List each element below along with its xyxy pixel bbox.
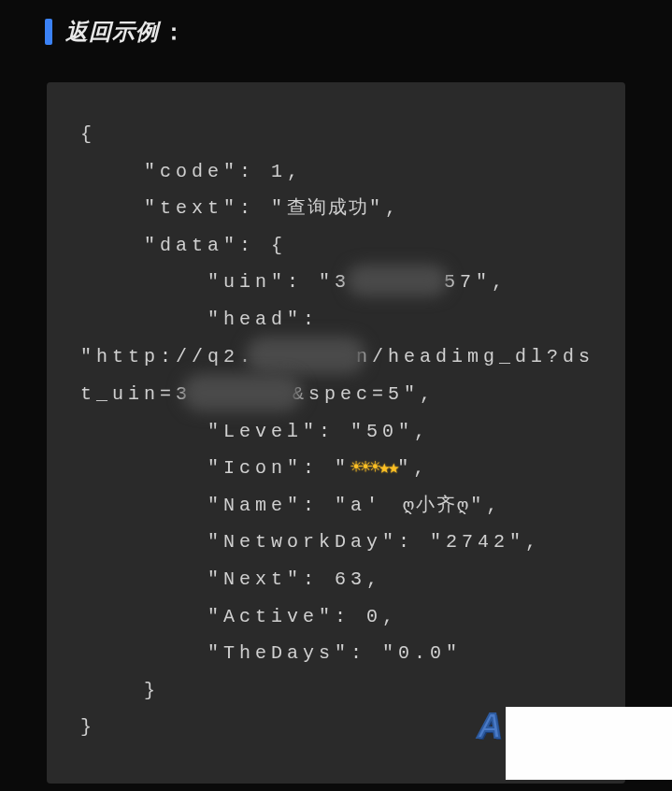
code-line: }	[80, 716, 96, 738]
watermark-letter: A	[478, 707, 502, 746]
code-line: "code": 1,	[80, 161, 303, 182]
code-line: ",	[397, 457, 429, 479]
code-line: "head":	[80, 309, 335, 330]
corner-overlay	[506, 707, 672, 780]
code-line: ",	[470, 495, 502, 516]
code-line: "text": "	[80, 197, 287, 219]
code-line: 57",	[444, 271, 508, 293]
code-line: "uin": "3	[80, 271, 350, 293]
code-line: "data": {	[80, 235, 287, 256]
redacted-segment	[347, 265, 448, 296]
code-block: { "code": 1, "text": "查询成功", "data": { "…	[47, 82, 625, 784]
code-line: "Next": 63,	[80, 568, 382, 590]
code-line: {	[80, 123, 96, 145]
header-accent-bar	[45, 19, 52, 45]
redacted-segment	[182, 374, 302, 411]
code-line: ",	[369, 197, 401, 219]
code-line: "http://q2.	[80, 346, 255, 367]
title-colon: ：	[163, 19, 186, 44]
code-line: "Name": "a'	[80, 495, 382, 516]
section-title: 返回示例：	[65, 17, 186, 47]
section-header: 返回示例：	[0, 0, 672, 56]
code-line: "TheDays": "0.0"	[80, 642, 462, 664]
code-line: "Active": 0,	[80, 606, 398, 627]
title-text: 返回示例	[65, 19, 159, 44]
code-text-cjk: 查询成功	[287, 197, 369, 219]
star-icon: ☀☀☀★★	[350, 457, 397, 479]
code-line: "NetworkDay": "2742",	[80, 531, 541, 553]
code-line: &spec=5",	[293, 383, 436, 405]
code-line: "Level": "50",	[80, 421, 430, 442]
code-line: }	[80, 680, 160, 701]
code-name-cjk: ゞღ小齐ღ	[382, 495, 470, 516]
code-line: "Icon": "	[80, 457, 350, 479]
redacted-segment	[246, 337, 365, 374]
